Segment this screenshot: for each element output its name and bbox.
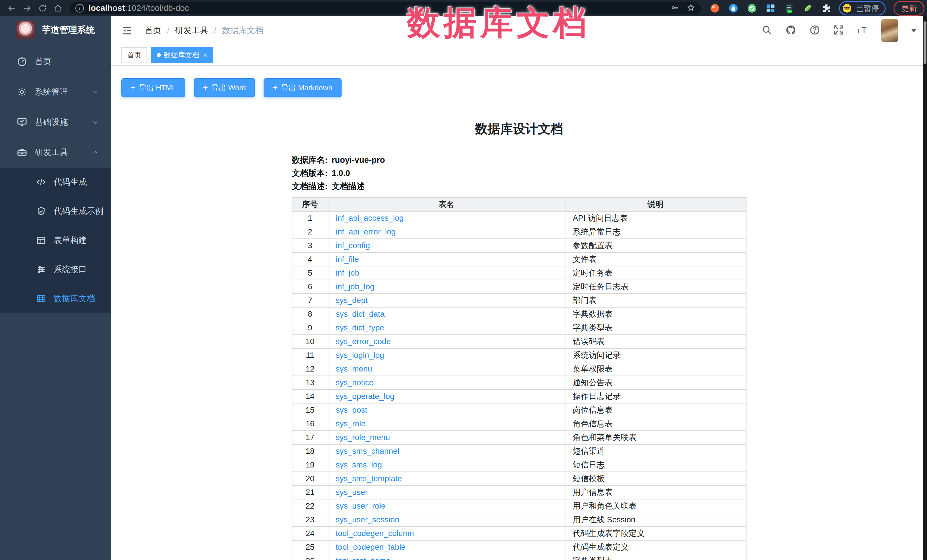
meta-value: 文档描述 — [331, 180, 365, 193]
sidebar-item-基础设施[interactable]: 基础设施 — [0, 107, 111, 137]
site-info-icon[interactable]: i — [75, 4, 84, 12]
breadcrumb-item-首页[interactable]: 首页 — [145, 25, 161, 36]
row-index: 19 — [292, 458, 328, 472]
ext-on-badge[interactable]: on — [784, 3, 795, 14]
sidebar-item-系统管理[interactable]: 系统管理 — [0, 77, 111, 107]
row-index: 4 — [292, 252, 328, 266]
tab-close-icon[interactable]: × — [203, 51, 207, 59]
forward-icon[interactable] — [20, 2, 35, 15]
table-link-sys_role_menu[interactable]: sys_role_menu — [336, 433, 390, 442]
table-link-sys_operate_log[interactable]: sys_operate_log — [336, 392, 394, 401]
table-link-sys_post[interactable]: sys_post — [336, 405, 368, 414]
bookmark-star-icon[interactable] — [687, 3, 695, 13]
table-link-inf_job[interactable]: inf_job — [336, 269, 360, 277]
table-description: 定时任务表 — [565, 266, 746, 280]
table-link-tool_codegen_column[interactable]: tool_codegen_column — [336, 529, 414, 538]
table-link-sys_menu[interactable]: sys_menu — [336, 364, 372, 373]
table-link-inf_job_log[interactable]: inf_job_log — [336, 282, 374, 291]
submenu: 代码生成代码生成示例表单构建系统接口数据库文档 — [0, 168, 111, 313]
row-index: 2 — [292, 225, 328, 239]
page-scrollbar[interactable] — [923, 16, 927, 560]
breadcrumb-item-研发工具[interactable]: 研发工具 — [175, 25, 208, 36]
table-link-tool_codegen_table[interactable]: tool_codegen_table — [336, 543, 406, 551]
help-icon[interactable] — [809, 24, 820, 36]
user-menu-caret-icon[interactable] — [911, 29, 917, 32]
chevron-down-icon — [92, 118, 99, 126]
table-link-sys_error_code[interactable]: sys_error_code — [336, 337, 391, 346]
doc-meta-row: 文档描述:文档描述 — [292, 180, 746, 193]
table-row: 19sys_sms_log短信日志 — [292, 458, 746, 472]
doc-title: 数据库设计文档 — [292, 120, 746, 137]
plus-icon — [203, 83, 208, 93]
table-row: 21sys_user用户信息表 — [292, 486, 746, 499]
table-description: 系统异常日志 — [565, 225, 746, 239]
table-link-inf_api_error_log[interactable]: inf_api_error_log — [336, 227, 396, 236]
password-key-icon[interactable] — [670, 3, 679, 13]
export-button-导出 Markdown[interactable]: 导出 Markdown — [264, 78, 342, 97]
table-link-sys_user[interactable]: sys_user — [336, 488, 368, 496]
tab-首页[interactable]: 首页 — [122, 47, 147, 63]
table-link-sys_user_session[interactable]: sys_user_session — [336, 515, 400, 524]
table-link-inf_api_access_log[interactable]: inf_api_access_log — [336, 214, 404, 222]
ext-blue-grid[interactable] — [765, 3, 776, 14]
ext-green-ring[interactable] — [746, 3, 757, 14]
sidebar-fold-icon[interactable] — [122, 24, 133, 36]
chevron-down-icon — [92, 88, 99, 96]
table-description: 短信模板 — [565, 472, 746, 486]
ext-green-leaf[interactable] — [802, 3, 813, 14]
search-icon[interactable] — [761, 24, 772, 36]
table-link-sys_user_role[interactable]: sys_user_role — [336, 501, 386, 510]
table-row: 11sys_login_log系统访问记录 — [292, 348, 746, 362]
table-link-sys_role[interactable]: sys_role — [336, 419, 366, 428]
tab-数据库文档[interactable]: 数据库文档× — [151, 47, 213, 63]
sidebar-item-系统接口[interactable]: 系统接口 — [0, 255, 111, 284]
table-link-inf_file[interactable]: inf_file — [336, 255, 359, 264]
table-link-sys_dept[interactable]: sys_dept — [336, 296, 368, 305]
reload-icon[interactable] — [35, 2, 50, 15]
table-description: 岗位信息表 — [565, 403, 746, 417]
ext-blue-drop[interactable] — [728, 3, 739, 14]
table-description: 通知公告表 — [565, 376, 746, 390]
ext-puzzle[interactable] — [821, 3, 831, 14]
sidebar-item-代码生成示例[interactable]: 代码生成示例 — [0, 197, 111, 226]
meta-label: 文档版本: — [292, 167, 328, 180]
table-link-sys_dict_type[interactable]: sys_dict_type — [336, 323, 384, 332]
scrollbar-thumb[interactable] — [924, 21, 926, 64]
table-row: 6inf_job_log定时任务日志表 — [292, 280, 746, 294]
fullscreen-icon[interactable] — [833, 24, 844, 36]
export-button-导出 HTML[interactable]: 导出 HTML — [122, 78, 185, 97]
url-bar[interactable]: i localhost:1024/tool/db-doc — [70, 2, 701, 14]
app-logo-area[interactable]: 芋道管理系统 — [0, 16, 111, 44]
github-icon[interactable] — [785, 24, 796, 36]
db-tables-table: 序号表名说明 1inf_api_access_logAPI 访问日志表2inf_… — [292, 197, 746, 560]
sidebar-item-代码生成[interactable]: 代码生成 — [0, 168, 111, 197]
sidebar-item-研发工具[interactable]: 研发工具 — [0, 137, 111, 168]
export-button-导出 Word[interactable]: 导出 Word — [194, 78, 255, 97]
browser-update-button[interactable]: 更新 — [894, 1, 924, 16]
table-row: 18sys_sms_channel短信渠道 — [292, 444, 746, 458]
sidebar-item-表单构建[interactable]: 表单构建 — [0, 226, 111, 255]
table-description: 用户信息表 — [565, 486, 746, 499]
font-size-icon[interactable]: tT — [857, 24, 868, 36]
table-link-sys_sms_channel[interactable]: sys_sms_channel — [336, 447, 400, 455]
table-link-sys_login_log[interactable]: sys_login_log — [336, 351, 384, 360]
home-icon[interactable] — [50, 2, 66, 15]
table-link-sys_sms_log[interactable]: sys_sms_log — [336, 460, 382, 469]
table-description: 字典类型表 — [565, 554, 746, 560]
sidebar-item-首页[interactable]: 首页 — [0, 47, 111, 77]
table-link-tool_test_demo[interactable]: tool_test_demo — [336, 556, 391, 560]
sidebar-item-数据库文档[interactable]: 数据库文档 — [0, 284, 111, 313]
ext-orange-ball[interactable] — [710, 3, 720, 14]
table-link-sys_notice[interactable]: sys_notice — [336, 378, 374, 387]
table-link-sys_sms_template[interactable]: sys_sms_template — [336, 474, 402, 483]
row-index: 18 — [292, 444, 328, 458]
page-content: 导出 HTML导出 Word导出 Markdown 数据库设计文档 数据库名:r… — [111, 66, 927, 560]
column-header-序号: 序号 — [292, 197, 328, 211]
row-index: 6 — [292, 280, 328, 294]
table-link-inf_config[interactable]: inf_config — [336, 241, 370, 250]
table-row: 20sys_sms_template短信模板 — [292, 472, 746, 486]
extension-paused-badge[interactable]: 已暂停 — [839, 1, 886, 15]
table-link-sys_dict_data[interactable]: sys_dict_data — [336, 310, 384, 319]
user-avatar[interactable] — [881, 19, 898, 42]
back-icon[interactable] — [4, 2, 20, 15]
